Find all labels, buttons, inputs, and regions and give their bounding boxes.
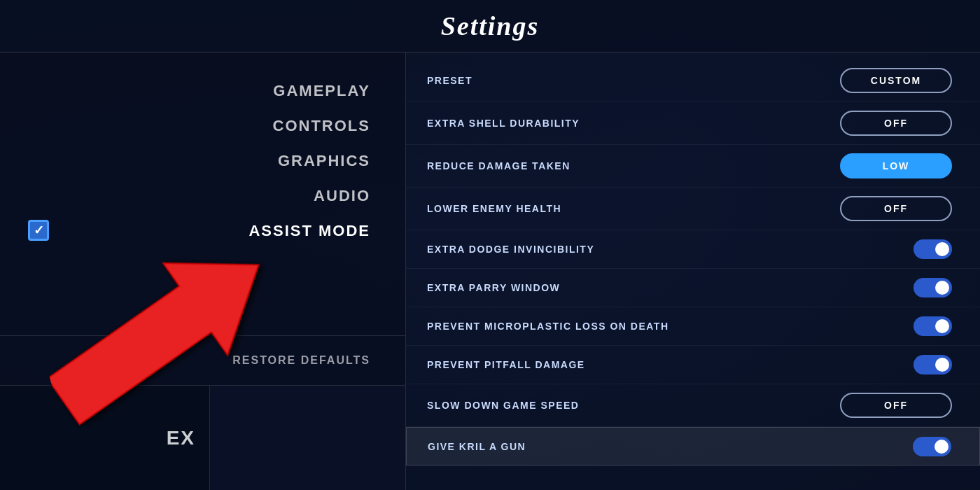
settings-row-lower-enemy-health: LOWER ENEMY HEALTH OFF	[406, 188, 980, 230]
lower-enemy-health-label: LOWER ENEMY HEALTH	[427, 203, 561, 214]
settings-panel: PRESET CUSTOM EXTRA SHELL DURABILITY OFF…	[406, 52, 980, 490]
restore-defaults-button[interactable]: RESTORE DEFAULTS	[0, 349, 405, 372]
preset-control: CUSTOM	[840, 68, 952, 93]
page-title: Settings	[441, 10, 540, 41]
settings-row-extra-dodge-invincibility: EXTRA DODGE INVINCIBILITY	[406, 230, 980, 269]
settings-row-reduce-damage-taken: REDUCE DAMAGE TAKEN LOW	[406, 145, 980, 188]
extra-parry-window-toggle[interactable]	[913, 278, 952, 298]
sidebar-item-audio[interactable]: AUDIO	[0, 178, 405, 214]
give-kril-a-gun-label: GIVE KRIL A GUN	[428, 441, 526, 452]
prevent-microplastic-loss-label: PREVENT MICROPLASTIC LOSS ON DEATH	[427, 321, 669, 332]
extra-parry-window-control	[913, 278, 952, 298]
assist-mode-checkbox[interactable]: ✓	[28, 220, 50, 242]
sidebar-item-assist-mode[interactable]: ✓ ASSIST MODE	[0, 214, 405, 248]
preset-label: PRESET	[427, 75, 472, 86]
give-kril-a-gun-control	[913, 437, 951, 456]
give-kril-a-gun-toggle[interactable]	[913, 437, 951, 456]
extra-dodge-invincibility-label: EXTRA DODGE INVINCIBILITY	[427, 244, 594, 255]
extra-shell-durability-label: EXTRA SHELL DURABILITY	[427, 118, 580, 129]
slow-down-game-speed-control: OFF	[840, 393, 952, 418]
extra-shell-durability-control: OFF	[840, 111, 952, 136]
settings-row-give-kril-a-gun: GIVE KRIL A GUN	[406, 427, 980, 465]
lower-enemy-health-control: OFF	[840, 196, 952, 221]
sidebar-nav: GAMEPLAY CONTROLS GRAPHICS AUDIO ✓ ASSIS…	[0, 52, 405, 335]
sidebar-panel-left: EX	[0, 386, 210, 490]
prevent-pitfall-damage-toggle[interactable]	[913, 355, 952, 374]
sidebar-item-graphics[interactable]: GRAPHICS	[0, 144, 405, 178]
slow-down-game-speed-button[interactable]: OFF	[840, 393, 952, 418]
prevent-microplastic-loss-toggle[interactable]	[913, 316, 952, 336]
prevent-microplastic-loss-control	[913, 316, 952, 336]
settings-row-extra-parry-window: EXTRA PARRY WINDOW	[406, 269, 980, 307]
settings-list: PRESET CUSTOM EXTRA SHELL DURABILITY OFF…	[406, 52, 980, 472]
main-container: GAMEPLAY CONTROLS GRAPHICS AUDIO ✓ ASSIS…	[0, 52, 980, 490]
header: Settings	[0, 0, 980, 52]
slow-down-game-speed-label: SLOW DOWN GAME SPEED	[427, 400, 579, 411]
sidebar-panel-right	[210, 386, 405, 490]
sidebar-item-gameplay[interactable]: GAMEPLAY	[0, 74, 405, 108]
prevent-pitfall-damage-label: PREVENT PITFALL DAMAGE	[427, 359, 585, 370]
prevent-pitfall-damage-control	[913, 355, 952, 374]
extra-shell-durability-button[interactable]: OFF	[840, 111, 952, 136]
extra-parry-window-label: EXTRA PARRY WINDOW	[427, 282, 560, 293]
settings-row-preset: PRESET CUSTOM	[406, 59, 980, 102]
sidebar-bottom-panels: EX	[0, 385, 405, 490]
lower-enemy-health-button[interactable]: OFF	[840, 196, 952, 221]
sidebar: GAMEPLAY CONTROLS GRAPHICS AUDIO ✓ ASSIS…	[0, 52, 406, 490]
extra-dodge-invincibility-control	[913, 239, 952, 259]
settings-row-slow-down-game-speed: SLOW DOWN GAME SPEED OFF	[406, 384, 980, 427]
ex-label: EX	[167, 427, 195, 449]
reduce-damage-taken-button[interactable]: LOW	[840, 153, 952, 178]
reduce-damage-taken-label: REDUCE DAMAGE TAKEN	[427, 160, 570, 172]
settings-row-extra-shell-durability: EXTRA SHELL DURABILITY OFF	[406, 102, 980, 145]
settings-row-prevent-microplastic-loss: PREVENT MICROPLASTIC LOSS ON DEATH	[406, 307, 980, 346]
sidebar-item-controls[interactable]: CONTROLS	[0, 108, 405, 144]
sidebar-bottom-actions: RESTORE DEFAULTS	[0, 335, 405, 385]
preset-button[interactable]: CUSTOM	[840, 68, 952, 93]
settings-row-prevent-pitfall-damage: PREVENT PITFALL DAMAGE	[406, 346, 980, 384]
reduce-damage-taken-control: LOW	[840, 153, 952, 178]
extra-dodge-invincibility-toggle[interactable]	[913, 239, 952, 259]
